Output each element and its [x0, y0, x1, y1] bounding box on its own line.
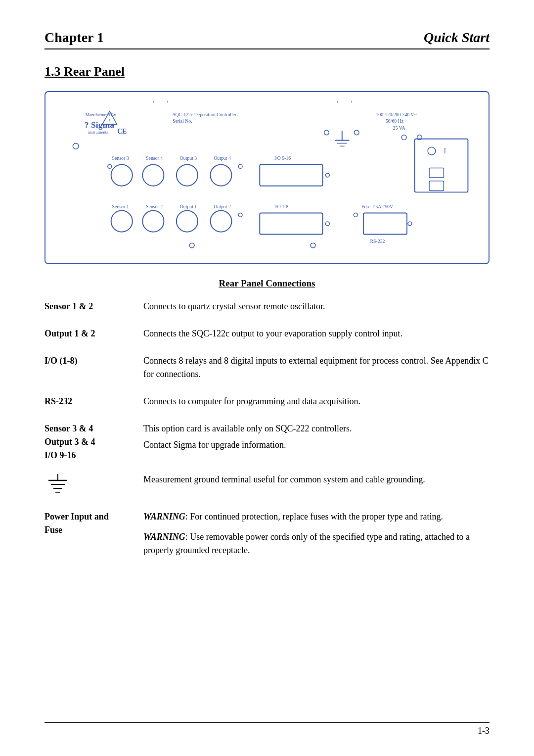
svg-text:Output 3: Output 3	[180, 155, 197, 161]
warning-word-1: WARNING	[143, 512, 185, 521]
connection-row-sensor34-output34-io916: Sensor 3 & 4 Output 3 & 4 I/O 9-16 This …	[44, 422, 490, 473]
panel-svg: Manufactured By ! ? Sigma instruments CE…	[56, 101, 478, 254]
svg-text:25 VA: 25 VA	[393, 125, 405, 131]
svg-text:Output 2: Output 2	[214, 204, 231, 209]
page-header: Chapter 1 Quick Start	[44, 30, 490, 49]
connection-desc-output12: Connects the SQC-122c output to your eva…	[143, 327, 490, 354]
connection-row-io18: I/O (1-8) Connects 8 relays and 8 digita…	[44, 354, 490, 395]
connection-label-ground	[44, 473, 143, 510]
svg-text:100-120/200-240 V~: 100-120/200-240 V~	[376, 112, 417, 117]
svg-text:Sensor 3: Sensor 3	[112, 155, 129, 161]
warning-text-2: : Use removable power cords only of the …	[143, 532, 470, 555]
page-number: 1-3	[478, 726, 490, 736]
svg-text:I: I	[444, 147, 446, 155]
connection-desc-power: WARNING: For continued protection, repla…	[143, 510, 490, 571]
connection-label-io18: I/O (1-8)	[44, 354, 143, 395]
connection-label-rs232: RS-232	[44, 395, 143, 422]
ground-icon	[44, 473, 72, 495]
svg-text:Output 4: Output 4	[214, 155, 231, 161]
connection-row-ground: Measurement ground terminal useful for c…	[44, 473, 490, 510]
connection-label-output12: Output 1 & 2	[44, 327, 143, 354]
svg-text:I/O 9-16: I/O 9-16	[274, 155, 291, 161]
svg-text:SQC-122c Deposition Controller: SQC-122c Deposition Controller	[173, 112, 237, 117]
warning-word-2: WARNING	[143, 532, 185, 542]
connection-row-output12: Output 1 & 2 Connects the SQC-122c outpu…	[44, 327, 490, 354]
svg-text:Fuse T.5A 250V: Fuse T.5A 250V	[361, 204, 393, 209]
rear-panel-diagram: Manufactured By ! ? Sigma instruments CE…	[44, 91, 490, 264]
connection-row-sensor12: Sensor 1 & 2 Connects to quartz crystal …	[44, 300, 490, 327]
svg-text:? Sigma: ? Sigma	[85, 120, 114, 130]
svg-text:Sensor 4: Sensor 4	[146, 155, 163, 161]
quickstart-label: Quick Start	[424, 30, 490, 46]
connection-desc-sensor12: Connects to quartz crystal sensor remote…	[143, 300, 490, 327]
page-footer: 1-3	[44, 722, 490, 736]
connection-label-multi: Sensor 3 & 4 Output 3 & 4 I/O 9-16	[44, 422, 143, 473]
connection-desc-rs232: Connects to computer for programming and…	[143, 395, 490, 422]
svg-text:instruments: instruments	[88, 130, 109, 135]
connection-desc-multi: This option card is available only on SQ…	[143, 422, 490, 473]
svg-text:Serial No.: Serial No.	[173, 118, 192, 124]
svg-text:CE: CE	[117, 128, 127, 135]
svg-text:Output 1: Output 1	[180, 204, 197, 209]
connections-heading: Rear Panel Connections	[44, 278, 490, 289]
section-title: 1.3 Rear Panel	[44, 64, 490, 79]
connection-desc-io18: Connects 8 relays and 8 digital inputs t…	[143, 354, 490, 395]
svg-text:Sensor 1: Sensor 1	[112, 204, 129, 209]
connection-label-power: Power Input and Fuse	[44, 510, 143, 571]
svg-text:RS-232: RS-232	[370, 238, 385, 244]
connection-row-power: Power Input and Fuse WARNING: For contin…	[44, 510, 490, 571]
connection-desc-ground: Measurement ground terminal useful for c…	[143, 473, 490, 510]
svg-text:50/60 Hz: 50/60 Hz	[386, 118, 404, 124]
warning-text-1: : For continued protection, replace fuse…	[185, 512, 443, 521]
svg-text:Sensor 2: Sensor 2	[146, 204, 163, 209]
connections-table: Sensor 1 & 2 Connects to quartz crystal …	[44, 300, 490, 571]
svg-text:I/O 1-8: I/O 1-8	[274, 204, 289, 209]
chapter-label: Chapter 1	[44, 30, 104, 46]
connection-label-sensor12: Sensor 1 & 2	[44, 300, 143, 327]
connection-row-rs232: RS-232 Connects to computer for programm…	[44, 395, 490, 422]
